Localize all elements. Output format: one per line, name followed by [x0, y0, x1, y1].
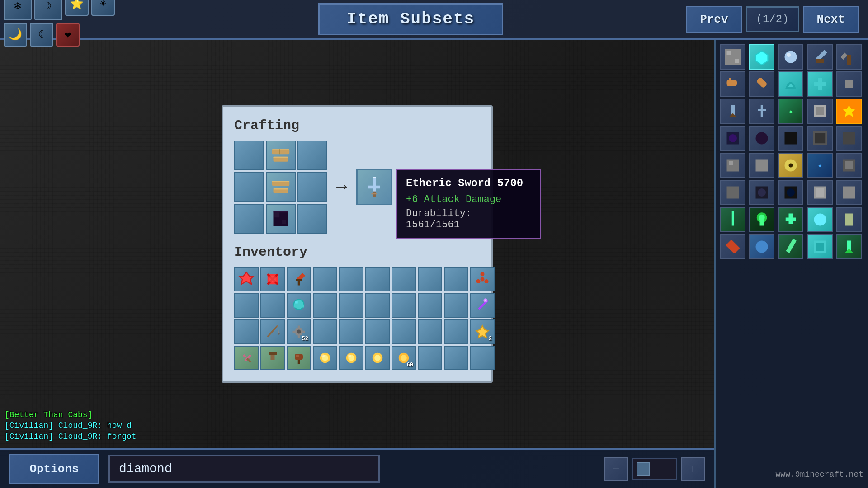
icon-snowflake[interactable]: ❄ [4, 0, 32, 20]
sidebar-item[interactable] [807, 99, 833, 124]
sidebar-item[interactable] [836, 44, 862, 70]
icon-heart[interactable]: ❤ [56, 23, 80, 47]
icon-crescent2[interactable]: ☾ [30, 23, 53, 47]
inv-slot-38[interactable] [444, 346, 468, 370]
sidebar-item[interactable] [778, 180, 803, 205]
result-slot[interactable] [356, 169, 392, 205]
search-input[interactable] [108, 455, 380, 483]
sidebar-item[interactable] [720, 126, 745, 151]
icon-moon[interactable]: ☽ [34, 0, 62, 20]
sidebar-item[interactable] [836, 126, 862, 151]
sidebar-item[interactable] [749, 126, 774, 151]
inv-slot-10[interactable] [234, 293, 259, 318]
minus-button[interactable]: − [604, 457, 628, 481]
craft-slot-2-2[interactable] [297, 204, 327, 234]
inv-slot-1[interactable] [260, 267, 285, 291]
sidebar-item[interactable]: ✦ [778, 99, 803, 124]
inv-slot-20[interactable] [234, 319, 259, 344]
inv-slot-3[interactable] [313, 267, 337, 291]
inv-slot-29[interactable]: 2 [470, 319, 495, 344]
craft-slot-0-2[interactable] [297, 141, 327, 170]
sidebar-item[interactable] [778, 71, 803, 97]
craft-slot-1-0[interactable] [234, 172, 264, 202]
inv-slot-18[interactable] [444, 293, 468, 318]
inv-slot-36[interactable]: 60 [392, 346, 416, 370]
sidebar-item[interactable] [836, 71, 862, 97]
sidebar-item[interactable] [778, 207, 803, 232]
inv-slot-7[interactable] [418, 267, 442, 291]
inv-slot-5[interactable] [365, 267, 390, 291]
sidebar-item[interactable] [749, 153, 774, 178]
sidebar-item[interactable] [836, 207, 862, 232]
sidebar-item[interactable] [807, 234, 833, 259]
sidebar-item[interactable] [749, 180, 774, 205]
next-button[interactable]: Next [803, 6, 859, 33]
sidebar-item[interactable] [749, 44, 774, 70]
inv-slot-26[interactable] [392, 319, 416, 344]
inv-slot-22[interactable]: 52 [287, 319, 311, 344]
inv-slot-33[interactable] [313, 346, 337, 370]
sidebar-item[interactable] [778, 44, 803, 70]
sidebar-item[interactable] [836, 99, 862, 124]
sidebar-item[interactable] [749, 99, 774, 124]
icon-crescent[interactable]: 🌙 [4, 23, 27, 47]
craft-slot-0-1[interactable] [266, 141, 296, 170]
inv-slot-21[interactable] [260, 319, 285, 344]
sidebar-item[interactable] [720, 99, 745, 124]
sidebar-item[interactable] [778, 234, 803, 259]
inv-slot-17[interactable] [418, 293, 442, 318]
sidebar-item[interactable] [807, 126, 833, 151]
inv-slot-24[interactable] [339, 319, 363, 344]
craft-slot-1-2[interactable] [297, 172, 327, 202]
craft-slot-1-1[interactable] [266, 172, 296, 202]
sidebar-item[interactable] [749, 207, 774, 232]
sidebar-item[interactable] [807, 71, 833, 97]
inv-slot-15[interactable] [365, 293, 390, 318]
inv-slot-28[interactable] [444, 319, 468, 344]
inv-slot-8[interactable] [444, 267, 468, 291]
inv-slot-39[interactable] [470, 346, 495, 370]
prev-button[interactable]: Prev [686, 6, 742, 33]
inv-slot-0[interactable] [234, 267, 259, 291]
sidebar-item[interactable] [836, 153, 862, 178]
sidebar-item[interactable] [720, 207, 745, 232]
inv-slot-16[interactable] [392, 293, 416, 318]
inv-slot-31[interactable] [260, 346, 285, 370]
sidebar-item[interactable] [807, 44, 833, 70]
inv-slot-12[interactable] [287, 293, 311, 318]
options-button[interactable]: Options [9, 454, 99, 484]
icon-star[interactable]: ⭐ [65, 0, 89, 16]
sidebar-item[interactable] [749, 71, 774, 97]
plus-button[interactable]: + [681, 457, 705, 481]
sidebar-item[interactable] [778, 126, 803, 151]
sidebar-item[interactable] [836, 234, 862, 259]
inv-slot-34[interactable] [339, 346, 363, 370]
inv-slot-9[interactable] [470, 267, 495, 291]
sidebar-item[interactable] [778, 153, 803, 178]
craft-slot-2-0[interactable] [234, 204, 264, 234]
sidebar-item[interactable] [720, 234, 745, 259]
sidebar-item[interactable] [807, 207, 833, 232]
sidebar-item[interactable] [720, 180, 745, 205]
sidebar-item[interactable] [836, 180, 862, 205]
inv-slot-2[interactable] [287, 267, 311, 291]
inv-slot-14[interactable] [339, 293, 363, 318]
sidebar-item[interactable] [720, 44, 745, 70]
inv-slot-25[interactable] [365, 319, 390, 344]
craft-slot-2-1[interactable] [266, 204, 296, 234]
inv-slot-32[interactable] [287, 346, 311, 370]
sidebar-item[interactable]: ✦ [807, 153, 833, 178]
icon-sun[interactable]: ☀ [91, 0, 115, 16]
scroll-thumb[interactable] [637, 462, 650, 476]
sidebar-item[interactable] [720, 153, 745, 178]
inv-slot-6[interactable] [392, 267, 416, 291]
sidebar-item[interactable] [749, 234, 774, 259]
sidebar-item[interactable] [720, 71, 745, 97]
craft-slot-0-0[interactable] [234, 141, 264, 170]
inv-slot-37[interactable] [418, 346, 442, 370]
inv-slot-13[interactable] [313, 293, 337, 318]
inv-slot-19[interactable] [470, 293, 495, 318]
inv-slot-27[interactable] [418, 319, 442, 344]
inv-slot-35[interactable] [365, 346, 390, 370]
inv-slot-30[interactable] [234, 346, 259, 370]
